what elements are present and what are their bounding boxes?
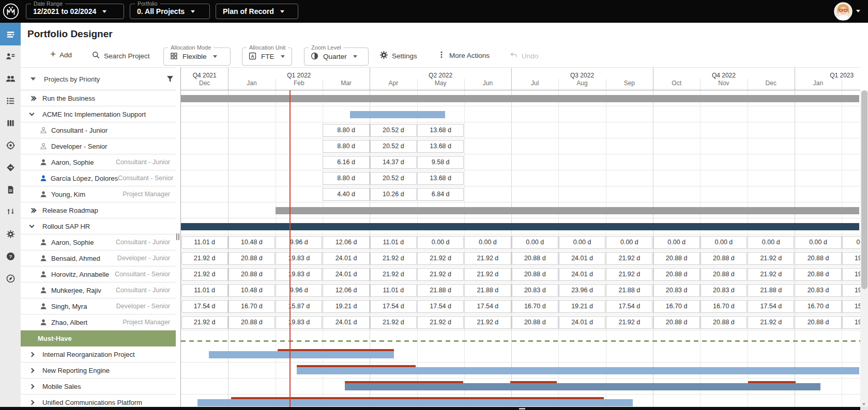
allocation-cell[interactable]: 8.80 d	[323, 124, 369, 137]
settings-button[interactable]: Settings	[379, 51, 417, 61]
allocation-cell[interactable]: 21.92 d	[370, 252, 417, 265]
project-row-new-reporting-engine[interactable]: New Reporting Engine	[21, 362, 176, 379]
priority-divider-must-have[interactable]: Must-Have	[21, 330, 176, 346]
allocation-cell[interactable]: 15.87 d	[842, 300, 860, 313]
vertical-scrollbar[interactable]	[860, 90, 868, 407]
gantt-bar-run-the-business[interactable]	[181, 95, 859, 102]
resource-row-singh-myra[interactable]: Singh, MyraDeveloper - Senior	[21, 298, 176, 314]
portfolio-dropdown[interactable]: Portfolio 0. All Projects	[130, 4, 210, 19]
allocation-cell[interactable]: 8.80 d	[323, 140, 369, 153]
gantt-bar-rollout-sap-hr[interactable]	[181, 223, 859, 230]
resource-row-garc-a-l-pez-dolores[interactable]: García López, DoloresConsultant - Senior	[21, 170, 176, 186]
allocation-cell[interactable]: 20.83 d	[653, 284, 700, 297]
horizontal-scrollbar-thumb[interactable]	[519, 408, 525, 409]
allocation-cell[interactable]: 11.01 d	[181, 236, 228, 249]
projects-by-priority-header[interactable]: Projects by Priority	[21, 67, 176, 90]
allocation-cell[interactable]: 19.79 d	[842, 284, 860, 297]
search-project-button[interactable]: Search Project	[92, 51, 150, 61]
allocation-cell[interactable]: 21.92 d	[748, 316, 794, 329]
allocation-cell[interactable]: 24.01 d	[559, 316, 605, 329]
resource-row-zhao-albert[interactable]: Zhao, AlbertProject Manager	[21, 314, 176, 330]
rail-item-roadmap[interactable]	[0, 156, 21, 179]
allocation-cell[interactable]: 20.88 d	[701, 268, 747, 281]
allocation-cell[interactable]: 16.70 d	[512, 300, 558, 313]
allocation-cell[interactable]: 0.00 d	[795, 236, 841, 249]
project-row-release-roadmap[interactable]: Release Roadmap	[21, 202, 176, 218]
allocation-cell[interactable]: 20.88 d	[512, 268, 558, 281]
rail-item-explore[interactable]	[0, 267, 21, 290]
allocation-cell[interactable]: 21.88 d	[464, 284, 511, 297]
double-chevron-right-icon[interactable]	[30, 209, 41, 212]
allocation-cell[interactable]: 19.83 d	[842, 252, 860, 265]
meisterplan-logo-icon[interactable]	[3, 3, 19, 20]
chevron-right-icon[interactable]	[30, 353, 41, 356]
rail-item-project-list[interactable]	[0, 90, 21, 112]
plan-of-record-dropdown[interactable]: Plan of Record	[216, 4, 298, 19]
allocation-cell[interactable]: 20.88 d	[512, 252, 558, 265]
allocation-cell[interactable]: 16.70 d	[653, 300, 700, 313]
allocation-cell[interactable]: 20.88 d	[653, 268, 700, 281]
chevron-right-icon[interactable]	[30, 401, 41, 404]
allocation-cell[interactable]: 21.92 d	[748, 268, 794, 281]
allocation-cell[interactable]: 17.54 d	[417, 300, 464, 313]
chevron-right-icon[interactable]	[30, 369, 41, 372]
rail-item-resource-pool[interactable]	[0, 68, 21, 90]
rail-item-portfolio-designer[interactable]	[0, 23, 21, 45]
allocation-cell[interactable]: 13.68 d	[417, 140, 464, 153]
resource-row-aaron-sophie[interactable]: Aaron, SophieConsultant - Junior	[21, 234, 176, 250]
allocation-cell[interactable]: 20.88 d	[512, 316, 558, 329]
rail-item-help[interactable]: ?	[0, 245, 21, 267]
horizontal-scrollbar[interactable]	[0, 407, 860, 410]
project-row-run-the-business[interactable]: Run the Business	[21, 90, 176, 106]
rail-item-import-export[interactable]	[0, 201, 21, 223]
chevron-right-icon[interactable]	[30, 385, 41, 388]
allocation-cell[interactable]: 21.88 d	[606, 284, 652, 297]
filter-icon[interactable]	[166, 75, 174, 85]
allocation-cell[interactable]: 20.88 d	[653, 316, 700, 329]
allocation-cell[interactable]: 20.88 d	[229, 268, 275, 281]
allocation-cell[interactable]: 20.83 d	[512, 284, 558, 297]
allocation-cell[interactable]: 17.54 d	[464, 300, 511, 313]
add-button[interactable]: + Add	[50, 51, 72, 59]
allocation-cell[interactable]: 16.70 d	[701, 300, 747, 313]
allocation-cell[interactable]: 20.88 d	[229, 316, 275, 329]
allocation-mode-dropdown[interactable]: Allocation Mode Flexible	[163, 48, 231, 66]
resource-row-bensaid-ahmed[interactable]: Bensaid, AhmedDeveloper - Junior	[21, 250, 176, 266]
allocation-cell[interactable]: 23.96 d	[559, 284, 605, 297]
allocation-cell[interactable]: 20.88 d	[795, 316, 841, 329]
project-row-acme-inc-implementation-support[interactable]: ACME Inc Implementation Support	[21, 106, 176, 122]
allocation-cell[interactable]: 19.83 d	[276, 268, 322, 281]
allocation-cell[interactable]: 19.83 d	[276, 316, 322, 329]
allocation-cell[interactable]: 0.00 d	[606, 236, 652, 249]
panel-resize-handle[interactable]	[176, 233, 179, 240]
allocation-cell[interactable]: 17.54 d	[748, 300, 794, 313]
undo-button[interactable]: Undo	[509, 51, 538, 61]
allocation-cell[interactable]: 0.00 d	[559, 236, 605, 249]
allocation-cell[interactable]: 6.16 d	[323, 156, 369, 169]
allocation-cell[interactable]: 9.96 d	[276, 284, 322, 297]
allocation-cell[interactable]: 17.54 d	[181, 300, 228, 313]
allocation-cell[interactable]: 21.88 d	[748, 284, 794, 297]
allocation-cell[interactable]: 14.37 d	[370, 156, 417, 169]
allocation-cell[interactable]: 21.92 d	[606, 252, 652, 265]
allocation-cell[interactable]: 15.87 d	[276, 300, 322, 313]
allocation-cell[interactable]: 0.00 d	[842, 236, 860, 249]
allocation-unit-dropdown[interactable]: Allocation Unit A FTE	[242, 48, 292, 66]
allocation-cell[interactable]: 13.68 d	[417, 172, 464, 185]
date-range-dropdown[interactable]: Date Range 12/2021 to 02/2024	[26, 4, 124, 19]
allocation-cell[interactable]: 16.70 d	[229, 300, 275, 313]
gantt-bar-mobile-sales[interactable]	[345, 383, 820, 390]
more-actions-button[interactable]: More Actions	[437, 51, 490, 60]
allocation-cell[interactable]: 24.01 d	[323, 268, 369, 281]
allocation-cell[interactable]: 20.88 d	[795, 252, 841, 265]
allocation-cell[interactable]: 21.92 d	[464, 268, 511, 281]
allocation-cell[interactable]: 20.52 d	[370, 172, 417, 185]
allocation-cell[interactable]: 0.00 d	[701, 236, 747, 249]
allocation-cell[interactable]: 10.48 d	[229, 236, 275, 249]
allocation-cell[interactable]: 0.00 d	[512, 236, 558, 249]
rail-item-portfolio-columns[interactable]	[0, 112, 21, 134]
allocation-cell[interactable]: 10.26 d	[370, 188, 417, 201]
allocation-cell[interactable]: 24.01 d	[559, 268, 605, 281]
allocation-cell[interactable]: 19.83 d	[842, 316, 860, 329]
allocation-cell[interactable]: 17.54 d	[370, 300, 417, 313]
